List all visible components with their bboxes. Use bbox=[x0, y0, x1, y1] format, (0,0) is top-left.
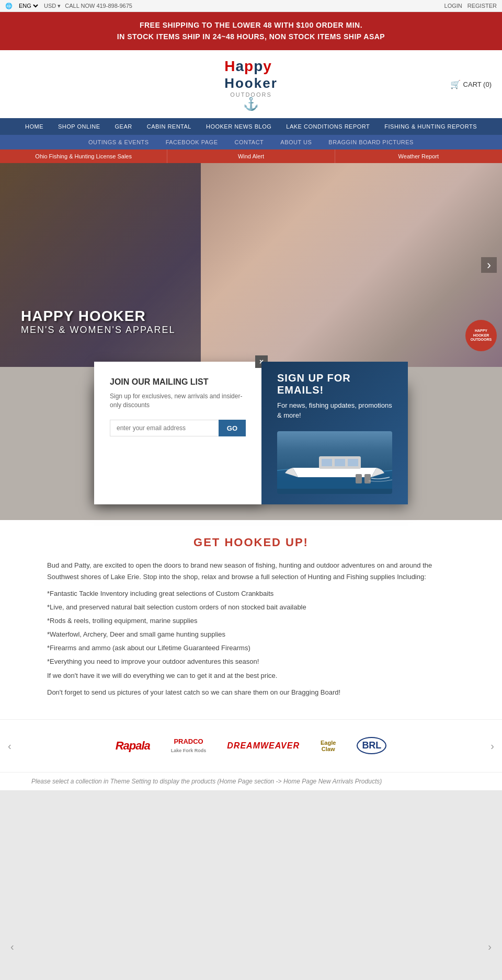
nav-item-fishing[interactable]: FISHING & HUNTING REPORTS bbox=[377, 118, 484, 135]
subnav-link-about[interactable]: ABOUT US bbox=[272, 135, 320, 149]
dreamweaver-logo: DREAMWEAVER bbox=[227, 741, 300, 751]
logo-hook-icon: ⚓ bbox=[243, 98, 259, 110]
brand-dreamweaver[interactable]: DREAMWEAVER bbox=[227, 735, 300, 756]
brands-prev-arrow[interactable]: ‹ bbox=[3, 740, 17, 752]
subnav-item-braggin[interactable]: BRAGGIN BOARD PICTURES bbox=[320, 135, 422, 149]
brand-pradco[interactable]: PRADCOLake Fork Rods bbox=[171, 735, 207, 756]
theme-notice-text: Please select a collection in Theme Sett… bbox=[31, 778, 382, 785]
sub-nav-list: OUTINGS & EVENTS FACEBOOK PAGE CONTACT A… bbox=[0, 135, 502, 149]
svg-rect-2 bbox=[322, 459, 332, 466]
logo-p2: p bbox=[254, 58, 263, 74]
subnav-item-contact[interactable]: CONTACT bbox=[226, 135, 272, 149]
main-nav: HOME SHOP ONLINE GEAR CABIN RENTAL HOOKE… bbox=[0, 118, 502, 135]
subnav-item-about[interactable]: ABOUT US bbox=[272, 135, 320, 149]
cart-button[interactable]: 🛒 CART (0) bbox=[450, 79, 492, 89]
logo[interactable]: Happy Hooker OUTDOORS ⚓ bbox=[224, 58, 278, 110]
hero-next-arrow[interactable]: › bbox=[481, 257, 497, 273]
announcement-banner: FREE SHIPPING TO THE LOWER 48 WITH $100 … bbox=[0, 12, 502, 50]
logo-p1: p bbox=[244, 58, 254, 74]
flag-icon: 🌐 bbox=[5, 3, 13, 9]
info-bar: Ohio Fishing & Hunting License Sales Win… bbox=[0, 149, 502, 163]
bullet-6: *Everything you need to improve your out… bbox=[47, 656, 455, 667]
nav-link-gear[interactable]: GEAR bbox=[108, 118, 140, 135]
hero-figures bbox=[201, 163, 502, 367]
content-body: Bud and Patty, are excited to open the d… bbox=[47, 560, 455, 698]
currency-select[interactable]: USD ▾ bbox=[44, 3, 61, 9]
brl-logo: BRL bbox=[357, 737, 386, 754]
nav-link-cabin[interactable]: CABIN RENTAL bbox=[140, 118, 199, 135]
brands-next-arrow[interactable]: › bbox=[485, 740, 499, 752]
closing-1: If we don't have it we will do everythin… bbox=[47, 670, 455, 682]
email-input[interactable] bbox=[110, 420, 219, 436]
top-bar: 🌐 ENG USD ▾ CALL NOW 419-898-9675 LOGIN … bbox=[0, 0, 502, 12]
brands-carousel: ‹ Rapala PRADCOLake Fork Rods DREAMWEAVE… bbox=[0, 730, 502, 762]
section-title: GET HOOKED UP! bbox=[31, 536, 471, 549]
svg-rect-5 bbox=[356, 474, 362, 483]
go-button[interactable]: GO bbox=[219, 420, 246, 436]
bullet-4: *Waterfowl, Archery, Deer and small game… bbox=[47, 629, 455, 640]
hero-badge: HAPPYHOOKEROUTDOORS bbox=[465, 320, 497, 351]
brand-rapala[interactable]: Rapala bbox=[116, 735, 150, 756]
subnav-link-contact[interactable]: CONTACT bbox=[226, 135, 272, 149]
nav-link-blog[interactable]: HOOKER NEWS BLOG bbox=[199, 118, 279, 135]
rapala-logo: Rapala bbox=[116, 739, 150, 753]
modal-wrapper: × JOIN OUR MAILING LIST Sign up for excl… bbox=[94, 383, 408, 504]
nav-link-shop[interactable]: SHOP ONLINE bbox=[51, 118, 108, 135]
logo-text: Happy Hooker bbox=[224, 58, 278, 91]
subnav-item-facebook[interactable]: FACEBOOK PAGE bbox=[157, 135, 226, 149]
hero-section: HAPPY HOOKER MEN'S & WOMEN'S APPAREL › H… bbox=[0, 163, 502, 367]
hero-title: HAPPY HOOKER bbox=[21, 308, 176, 325]
info-license[interactable]: Ohio Fishing & Hunting License Sales bbox=[0, 149, 167, 163]
subnav-item-outings[interactable]: OUTINGS & EVENTS bbox=[80, 135, 157, 149]
pradco-logo: PRADCOLake Fork Rods bbox=[171, 737, 207, 754]
nav-link-lake[interactable]: LAKE CONDITIONS REPORT bbox=[279, 118, 377, 135]
subnav-link-facebook[interactable]: FACEBOOK PAGE bbox=[157, 135, 226, 149]
phone-number: CALL NOW 419-898-9675 bbox=[65, 3, 132, 9]
bullet-3: *Rods & reels, trolling equipment, marin… bbox=[47, 615, 455, 627]
svg-rect-3 bbox=[335, 459, 345, 466]
subnav-link-outings[interactable]: OUTINGS & EVENTS bbox=[80, 135, 157, 149]
login-link[interactable]: LOGIN bbox=[444, 3, 462, 9]
top-bar-right: LOGIN REGISTER bbox=[444, 3, 497, 9]
subnav-link-braggin[interactable]: BRAGGIN BOARD PICTURES bbox=[320, 135, 422, 149]
email-signup-title: SIGN UP FOR EMAILS! bbox=[277, 372, 392, 396]
sub-nav: OUTINGS & EVENTS FACEBOOK PAGE CONTACT A… bbox=[0, 135, 502, 149]
products-prev-arrow[interactable]: ‹ bbox=[5, 936, 19, 958]
language-select[interactable]: ENG bbox=[17, 2, 40, 9]
logo-hooker: Hooker bbox=[224, 75, 278, 91]
info-weather[interactable]: Weather Report bbox=[335, 149, 502, 163]
closing-2: Don't forget to send us pictures of your… bbox=[47, 687, 455, 698]
nav-item-shop[interactable]: SHOP ONLINE bbox=[51, 118, 108, 135]
main-content: GET HOOKED UP! Bud and Patty, are excite… bbox=[0, 520, 502, 719]
nav-item-home[interactable]: HOME bbox=[18, 118, 51, 135]
nav-item-blog[interactable]: HOOKER NEWS BLOG bbox=[199, 118, 279, 135]
top-bar-left: 🌐 ENG USD ▾ CALL NOW 419-898-9675 bbox=[5, 2, 132, 9]
site-header: Happy Hooker OUTDOORS ⚓ 🛒 CART (0) bbox=[0, 50, 502, 118]
bullet-1: *Fantastic Tackle Inventory including gr… bbox=[47, 588, 455, 599]
brand-eagle-claw[interactable]: EagleClaw bbox=[321, 735, 336, 756]
banner-text: FREE SHIPPING TO THE LOWER 48 WITH $100 … bbox=[117, 21, 385, 41]
hero-subtitle: MEN'S & WOMEN'S APPAREL bbox=[21, 325, 176, 336]
email-signup-subtitle: For news, fishing updates, promotions & … bbox=[277, 400, 392, 421]
main-nav-list: HOME SHOP ONLINE GEAR CABIN RENTAL HOOKE… bbox=[0, 118, 502, 135]
nav-item-lake[interactable]: LAKE CONDITIONS REPORT bbox=[279, 118, 377, 135]
logo-a: a bbox=[235, 58, 244, 74]
nav-link-home[interactable]: HOME bbox=[18, 118, 51, 135]
nav-link-fishing[interactable]: FISHING & HUNTING REPORTS bbox=[377, 118, 484, 135]
mailing-list-modal: × JOIN OUR MAILING LIST Sign up for excl… bbox=[94, 362, 261, 504]
modal-section: × JOIN OUR MAILING LIST Sign up for excl… bbox=[0, 367, 502, 520]
modal-subtitle: Sign up for exclusives, new arrivals and… bbox=[110, 392, 246, 410]
products-next-arrow[interactable]: › bbox=[483, 936, 497, 958]
nav-item-cabin[interactable]: CABIN RENTAL bbox=[140, 118, 199, 135]
email-signup-panel: SIGN UP FOR EMAILS! For news, fishing up… bbox=[261, 362, 408, 504]
boat-image bbox=[277, 431, 392, 494]
nav-item-gear[interactable]: GEAR bbox=[108, 118, 140, 135]
brand-brl[interactable]: BRL bbox=[357, 735, 386, 756]
products-area: ‹ › bbox=[0, 790, 502, 980]
svg-rect-6 bbox=[364, 474, 371, 483]
brands-section: ‹ Rapala PRADCOLake Fork Rods DREAMWEAVE… bbox=[0, 719, 502, 773]
theme-notice: Please select a collection in Theme Sett… bbox=[0, 773, 502, 790]
bullet-5: *Firearms and ammo (ask about our Lifeti… bbox=[47, 642, 455, 654]
register-link[interactable]: REGISTER bbox=[467, 3, 497, 9]
info-wind[interactable]: Wind Alert bbox=[167, 149, 335, 163]
